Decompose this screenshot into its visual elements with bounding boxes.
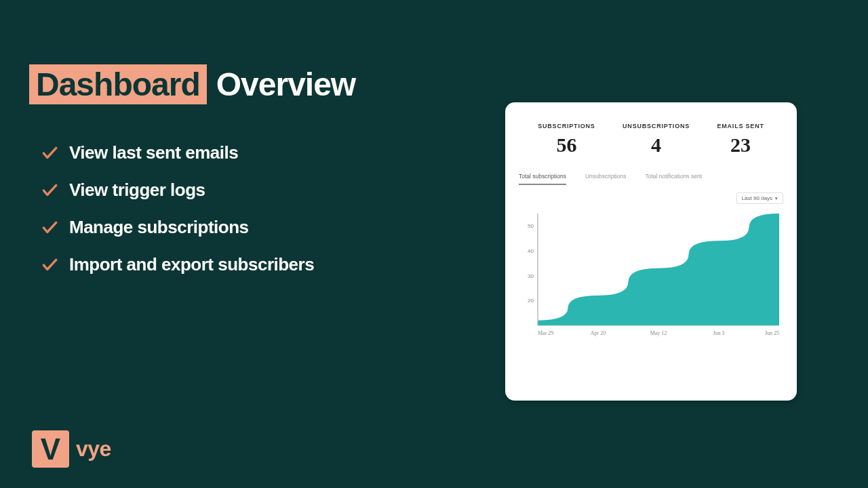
title-highlight: Dashboard	[29, 64, 207, 104]
bullet-text: Import and export subscribers	[69, 254, 314, 275]
area-chart-svg: 20304050Mar 29Apr 20May 12Jun 3Jun 25	[519, 209, 783, 342]
check-icon	[41, 182, 58, 199]
svg-text:50: 50	[528, 223, 534, 229]
bullet-item: Manage subscriptions	[41, 217, 314, 238]
feature-bullets: View last sent emails View trigger logs …	[41, 142, 314, 275]
metric-value: 4	[623, 134, 690, 157]
svg-text:Mar 29: Mar 29	[538, 330, 553, 336]
logo-text: vye	[76, 436, 111, 462]
tab-total-subscriptions[interactable]: Total subscriptions	[519, 173, 566, 185]
svg-text:May 12: May 12	[650, 330, 667, 336]
date-range-dropdown[interactable]: Last 90 days ▾	[736, 192, 783, 204]
bullet-text: View last sent emails	[69, 142, 238, 163]
check-icon	[41, 144, 58, 162]
tab-unsubscriptions[interactable]: Unsubscriptions	[585, 173, 626, 185]
title-rest: Overview	[216, 66, 355, 103]
svg-text:Jun 3: Jun 3	[713, 330, 724, 336]
subscriptions-chart: 20304050Mar 29Apr 20May 12Jun 3Jun 25	[519, 209, 783, 342]
brand-logo: V vye	[32, 430, 111, 468]
svg-text:Jun 25: Jun 25	[765, 330, 779, 336]
bullet-item: Import and export subscribers	[41, 254, 314, 275]
chart-tabs: Total subscriptions Unsubscriptions Tota…	[519, 169, 783, 186]
bullet-item: View last sent emails	[41, 142, 314, 163]
metric-unsubscriptions: UNSUBSCRIPTIONS 4	[623, 123, 690, 157]
date-range-label: Last 90 days	[742, 195, 772, 201]
check-icon	[41, 256, 58, 274]
range-row: Last 90 days ▾	[519, 192, 783, 204]
metrics-row: SUBSCRIPTIONS 56 UNSUBSCRIPTIONS 4 EMAIL…	[519, 117, 783, 169]
metric-subscriptions: SUBSCRIPTIONS 56	[538, 123, 595, 157]
metric-emails-sent: EMAILS SENT 23	[717, 123, 764, 157]
bullet-text: View trigger logs	[69, 180, 205, 201]
metric-value: 23	[717, 134, 764, 157]
logo-badge: V	[32, 430, 69, 468]
bullet-item: View trigger logs	[41, 180, 314, 201]
check-icon	[41, 219, 58, 237]
tab-total-notifications[interactable]: Total notifications sent	[645, 173, 702, 185]
metric-value: 56	[538, 134, 595, 157]
metric-label: EMAILS SENT	[717, 123, 764, 129]
svg-text:Apr 20: Apr 20	[591, 330, 606, 336]
page-title: Dashboard Overview	[29, 64, 355, 104]
bullet-text: Manage subscriptions	[69, 217, 249, 238]
chevron-down-icon: ▾	[775, 196, 778, 201]
svg-text:20: 20	[528, 298, 534, 304]
metric-label: UNSUBSCRIPTIONS	[623, 123, 690, 129]
svg-text:30: 30	[528, 273, 534, 279]
metric-label: SUBSCRIPTIONS	[538, 123, 595, 129]
dashboard-card: SUBSCRIPTIONS 56 UNSUBSCRIPTIONS 4 EMAIL…	[505, 102, 797, 401]
svg-text:40: 40	[528, 248, 534, 254]
